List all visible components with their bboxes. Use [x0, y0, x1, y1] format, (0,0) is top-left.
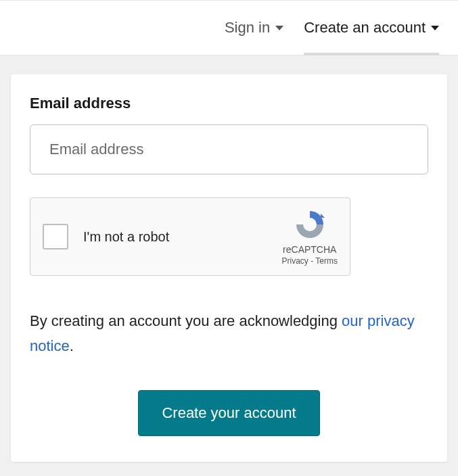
- create-account-button[interactable]: Create your account: [138, 390, 319, 436]
- recaptcha-label: I'm not a robot: [83, 229, 282, 245]
- tab-sign-in[interactable]: Sign in: [225, 1, 283, 55]
- svg-marker-0: [321, 214, 325, 218]
- tab-sign-in-label: Sign in: [225, 19, 270, 37]
- recaptcha-icon: [294, 208, 326, 241]
- email-input[interactable]: [30, 124, 428, 174]
- recaptcha-branding: reCAPTCHA Privacy - Terms: [282, 208, 338, 266]
- caret-down-icon: [431, 26, 439, 30]
- recaptcha-privacy-link[interactable]: Privacy: [282, 256, 308, 266]
- recaptcha-checkbox[interactable]: [43, 224, 68, 249]
- recaptcha-terms-link[interactable]: Terms: [315, 256, 338, 266]
- recaptcha-brand-text: reCAPTCHA: [282, 244, 338, 255]
- tab-create-account[interactable]: Create an account: [304, 1, 439, 55]
- create-account-card: Email address I'm not a robot reCAPTCHA …: [11, 74, 447, 462]
- disclaimer-suffix: .: [70, 337, 74, 354]
- disclaimer-text: By creating an account you are acknowled…: [30, 308, 428, 359]
- tab-create-account-label: Create an account: [304, 19, 426, 37]
- top-tabs: Sign in Create an account: [0, 0, 458, 55]
- email-label: Email address: [30, 95, 428, 112]
- disclaimer-prefix: By creating an account you are acknowled…: [30, 312, 342, 329]
- recaptcha-widget: I'm not a robot reCAPTCHA Privacy - Term…: [30, 197, 350, 276]
- caret-down-icon: [275, 26, 283, 30]
